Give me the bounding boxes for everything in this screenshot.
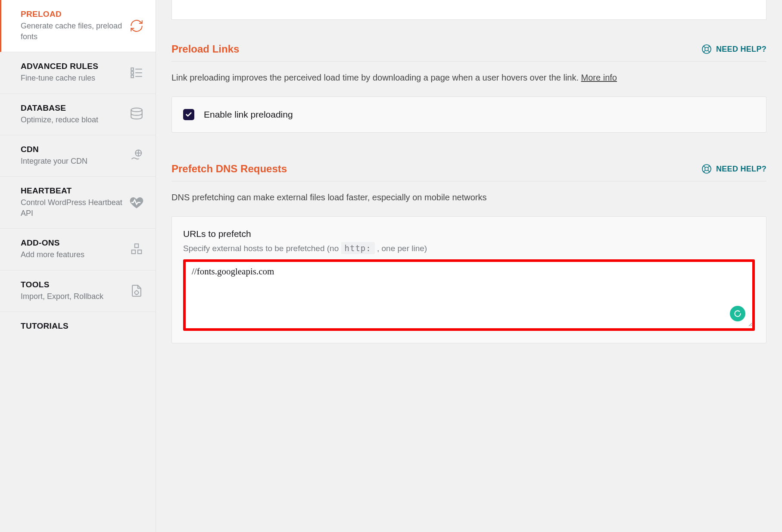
lifebuoy-icon	[701, 164, 712, 174]
addons-icon	[129, 242, 144, 257]
svg-rect-8	[135, 244, 139, 248]
nav-subtitle: Control WordPress Heartbeat API	[21, 197, 129, 219]
sidebar-item-preload[interactable]: PRELOAD Generate cache files, preload fo…	[0, 0, 156, 52]
svg-point-11	[135, 291, 139, 295]
svg-line-21	[708, 166, 710, 168]
code-http: http:	[341, 242, 375, 254]
nav-title: HEARTBEAT	[21, 186, 129, 196]
section-title: Prefetch DNS Requests	[171, 163, 287, 175]
svg-line-15	[708, 46, 710, 48]
svg-line-23	[708, 170, 710, 172]
svg-rect-9	[132, 250, 136, 254]
nav-subtitle: Fine-tune cache rules	[21, 73, 129, 84]
heartbeat-icon	[129, 195, 144, 210]
help-link[interactable]: NEED HELP?	[701, 44, 766, 54]
lifebuoy-icon	[701, 44, 712, 54]
help-link[interactable]: NEED HELP?	[701, 164, 766, 174]
section-description: DNS prefetching can make external files …	[171, 191, 766, 204]
more-info-link[interactable]: More info	[581, 73, 617, 82]
nav-subtitle: Add more features	[21, 249, 129, 260]
section-description: Link preloading improves the perceived l…	[171, 71, 766, 84]
checkbox-enable-link-preloading[interactable]	[183, 109, 194, 120]
sidebar-item-tutorials[interactable]: TUTORIALS	[0, 312, 156, 334]
sidebar-item-heartbeat[interactable]: HEARTBEAT Control WordPress Heartbeat AP…	[0, 177, 156, 229]
settings-sidebar: PRELOAD Generate cache files, preload fo…	[0, 0, 156, 532]
svg-line-14	[704, 46, 705, 48]
nav-title: ADD-ONS	[21, 238, 129, 248]
sidebar-item-tools[interactable]: TOOLS Import, Export, Rollback	[0, 271, 156, 312]
field-hint: Specify external hosts to be prefetched …	[183, 243, 755, 253]
svg-rect-2	[131, 72, 134, 74]
help-label: NEED HELP?	[716, 45, 766, 54]
sidebar-item-cdn[interactable]: CDN Integrate your CDN	[0, 135, 156, 177]
grammarly-icon[interactable]	[730, 306, 745, 321]
refresh-icon	[129, 18, 144, 34]
svg-line-17	[708, 50, 710, 52]
help-label: NEED HELP?	[716, 165, 766, 174]
section-title: Preload Links	[171, 43, 239, 55]
database-icon	[129, 106, 144, 122]
sidebar-item-addons[interactable]: ADD-ONS Add more features	[0, 229, 156, 270]
cdn-icon	[129, 148, 144, 163]
svg-rect-10	[138, 250, 142, 254]
nav-title: PRELOAD	[21, 9, 129, 19]
section-prefetch-dns: Prefetch DNS Requests NEED HELP? DNS pre…	[171, 163, 766, 343]
field-label: URLs to prefetch	[183, 229, 755, 239]
prefetch-urls-textarea[interactable]	[186, 262, 752, 327]
highlighted-textarea-wrap	[183, 259, 755, 331]
section-preload-links: Preload Links NEED HELP? Link preloading…	[171, 43, 766, 133]
option-box-prefetch-urls: URLs to prefetch Specify external hosts …	[171, 216, 766, 343]
svg-rect-4	[131, 75, 134, 78]
option-box-link-preloading: Enable link preloading	[171, 96, 766, 133]
list-icon	[129, 65, 144, 81]
svg-point-13	[705, 47, 708, 51]
nav-subtitle: Import, Export, Rollback	[21, 291, 129, 302]
nav-subtitle: Integrate your CDN	[21, 156, 129, 167]
nav-title: DATABASE	[21, 103, 129, 113]
main-content: Preload Links NEED HELP? Link preloading…	[156, 0, 782, 532]
nav-title: TOOLS	[21, 280, 129, 289]
svg-line-22	[704, 170, 705, 172]
tools-icon	[129, 283, 144, 299]
previous-card-bottom	[171, 0, 766, 20]
nav-title: CDN	[21, 145, 129, 154]
svg-rect-0	[131, 68, 134, 71]
sidebar-item-database[interactable]: DATABASE Optimize, reduce bloat	[0, 94, 156, 135]
svg-line-20	[704, 166, 705, 168]
nav-subtitle: Generate cache files, preload fonts	[21, 21, 129, 42]
svg-line-16	[704, 50, 705, 52]
nav-title: ADVANCED RULES	[21, 62, 129, 71]
checkbox-label: Enable link preloading	[204, 109, 293, 120]
svg-point-19	[705, 167, 708, 171]
nav-subtitle: Optimize, reduce bloat	[21, 115, 129, 125]
svg-point-6	[131, 108, 142, 112]
nav-title: TUTORIALS	[21, 321, 144, 331]
sidebar-item-advanced-rules[interactable]: ADVANCED RULES Fine-tune cache rules	[0, 52, 156, 93]
